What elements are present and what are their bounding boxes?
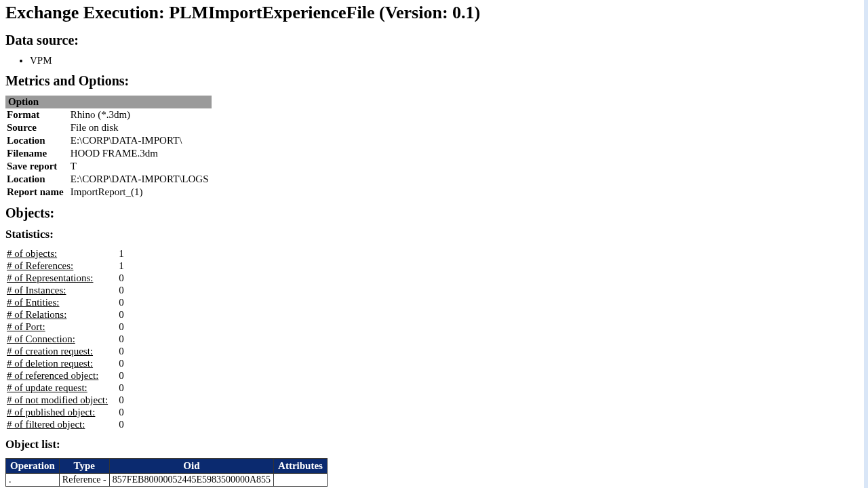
- stat-row: # of Port:0: [5, 321, 127, 333]
- stat-value: 1: [119, 248, 127, 260]
- stat-row: # of References:1: [5, 260, 127, 272]
- stat-label: # of deletion request:: [5, 358, 119, 370]
- data-source-list: VPM: [5, 55, 863, 66]
- scrollbar[interactable]: [864, 0, 868, 488]
- stat-row: # of deletion request:0: [5, 358, 127, 370]
- metrics-value: Rhino (*.3dm): [71, 108, 212, 121]
- stat-value: 0: [119, 358, 127, 370]
- stat-value: 0: [119, 382, 127, 394]
- stat-value: 0: [119, 394, 127, 407]
- stat-value: 0: [119, 309, 127, 321]
- stat-label: # of Relations:: [5, 309, 119, 321]
- metrics-value: T: [71, 160, 212, 173]
- stat-value: 0: [119, 285, 127, 297]
- metrics-header: Option: [5, 96, 212, 108]
- data-source-item: VPM: [30, 55, 863, 66]
- page-title: Exchange Execution: PLMImportExperienceF…: [5, 3, 863, 23]
- metrics-table: Option Format Rhino (*.3dm) Source File …: [5, 96, 212, 199]
- stat-label: # of filtered object:: [5, 419, 119, 431]
- stat-row: # of filtered object:0: [5, 419, 127, 431]
- stat-row: # of Relations:0: [5, 309, 127, 321]
- stat-row: # of Instances:0: [5, 285, 127, 297]
- stat-value: 0: [119, 346, 127, 358]
- metrics-label: Source: [5, 121, 71, 134]
- metrics-row: Report name ImportReport_(1): [5, 186, 212, 199]
- stat-value: 0: [119, 419, 127, 431]
- stat-row: # of update request:0: [5, 382, 127, 394]
- metrics-row: Source File on disk: [5, 121, 212, 134]
- stat-label: # of Instances:: [5, 285, 119, 297]
- report-page: Exchange Execution: PLMImportExperienceF…: [0, 0, 868, 488]
- objectlist-col-operation: Operation: [6, 459, 60, 474]
- stat-row: # of objects:1: [5, 248, 127, 260]
- metrics-label: Save report: [5, 160, 71, 173]
- stat-label: # of Port:: [5, 321, 119, 333]
- stat-value: 0: [119, 333, 127, 346]
- stat-value: 0: [119, 407, 127, 419]
- stat-label: # of Entities:: [5, 297, 119, 309]
- stat-label: # of published object:: [5, 407, 119, 419]
- stat-label: # of Representations:: [5, 272, 119, 285]
- objects-heading: Objects:: [5, 205, 863, 221]
- stat-value: 0: [119, 370, 127, 382]
- objectlist-header-row: Operation Type Oid Attributes: [6, 459, 328, 474]
- stat-value: 0: [119, 321, 127, 333]
- stat-label: # of objects:: [5, 248, 119, 260]
- metrics-label: Report name: [5, 186, 71, 199]
- metrics-label: Format: [5, 108, 71, 121]
- metrics-label: Location: [5, 134, 71, 147]
- metrics-value: ImportReport_(1): [71, 186, 212, 199]
- stat-label: # of References:: [5, 260, 119, 272]
- objectlist-col-oid: Oid: [109, 459, 273, 474]
- stat-row: # of published object:0: [5, 407, 127, 419]
- objectlist-row: . Reference - 857FEB80000052445E59835000…: [6, 474, 328, 487]
- objectlist-cell-attributes: [274, 474, 328, 487]
- objectlist-heading: Object list:: [5, 438, 863, 451]
- stat-row: # of Representations:0: [5, 272, 127, 285]
- stat-row: # of Connection:0: [5, 333, 127, 346]
- statistics-heading: Statistics:: [5, 228, 863, 241]
- metrics-heading: Metrics and Options:: [5, 73, 863, 89]
- stat-row: # of Entities:0: [5, 297, 127, 309]
- metrics-row: Format Rhino (*.3dm): [5, 108, 212, 121]
- stat-value: 0: [119, 297, 127, 309]
- metrics-label: Filename: [5, 147, 71, 160]
- stat-value: 0: [119, 272, 127, 285]
- stat-value: 1: [119, 260, 127, 272]
- statistics-table: # of objects:1 # of References:1 # of Re…: [5, 248, 127, 431]
- stat-label: # of referenced object:: [5, 370, 119, 382]
- metrics-row: Location E:\CORP\DATA-IMPORT\LOGS: [5, 173, 212, 186]
- metrics-value: E:\CORP\DATA-IMPORT\: [71, 134, 212, 147]
- stat-label: # of update request:: [5, 382, 119, 394]
- stat-row: # of not modified object:0: [5, 394, 127, 407]
- stat-row: # of referenced object:0: [5, 370, 127, 382]
- metrics-value: File on disk: [71, 121, 212, 134]
- metrics-label: Location: [5, 173, 71, 186]
- objectlist-table: Operation Type Oid Attributes . Referenc…: [5, 458, 328, 487]
- metrics-row: Filename HOOD FRAME.3dm: [5, 147, 212, 160]
- metrics-value: HOOD FRAME.3dm: [71, 147, 212, 160]
- stat-row: # of creation request:0: [5, 346, 127, 358]
- metrics-row: Save report T: [5, 160, 212, 173]
- objectlist-cell-operation: .: [6, 474, 60, 487]
- objectlist-cell-type: Reference -: [59, 474, 109, 487]
- metrics-value: E:\CORP\DATA-IMPORT\LOGS: [71, 173, 212, 186]
- data-source-heading: Data source:: [5, 33, 863, 48]
- stat-label: # of Connection:: [5, 333, 119, 346]
- objectlist-cell-oid: 857FEB80000052445E5983500000A855: [109, 474, 273, 487]
- stat-label: # of creation request:: [5, 346, 119, 358]
- objectlist-col-type: Type: [59, 459, 109, 474]
- objectlist-col-attributes: Attributes: [274, 459, 328, 474]
- stat-label: # of not modified object:: [5, 394, 119, 407]
- metrics-row: Location E:\CORP\DATA-IMPORT\: [5, 134, 212, 147]
